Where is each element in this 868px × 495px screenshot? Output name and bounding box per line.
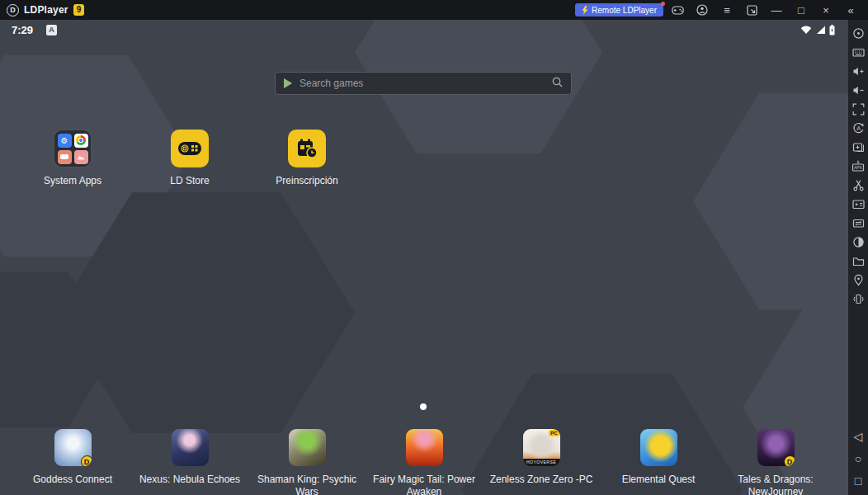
app-label: Tales & Dragons: NewJourney bbox=[718, 474, 833, 495]
desktop-app-system-apps[interactable]: ⚙ System Apps bbox=[14, 130, 131, 187]
system-apps-folder-icon: ⚙ bbox=[54, 130, 92, 167]
dock-app-elemental-quest[interactable]: Elemental Quest bbox=[600, 429, 717, 495]
android-home-screen: 7:29 A ⚙ bbox=[0, 20, 848, 495]
ldplayer-badge-icon bbox=[784, 455, 795, 466]
ldplayer-window: D LDPlayer 9 Remote LDPlayer ≡ — □ × « bbox=[0, 0, 868, 495]
search-input[interactable] bbox=[300, 78, 552, 89]
app-icon bbox=[406, 429, 443, 466]
browser-icon bbox=[58, 150, 72, 164]
app-indicator-icon: A bbox=[46, 25, 57, 35]
minimize-icon[interactable]: — bbox=[766, 1, 787, 19]
notification-dot bbox=[661, 2, 665, 6]
back-button[interactable]: ◁ bbox=[854, 431, 863, 442]
shake-icon[interactable] bbox=[851, 293, 865, 305]
svg-text:APK: APK bbox=[854, 165, 863, 170]
app-label: LD Store bbox=[170, 175, 209, 187]
dock-app-goddess-connect[interactable]: Goddess Connect bbox=[14, 429, 131, 495]
app-icon bbox=[757, 429, 795, 466]
game-search-bar[interactable] bbox=[275, 72, 572, 95]
remote-ldplayer-button[interactable]: Remote LDPlayer bbox=[575, 3, 663, 16]
app-icon bbox=[172, 429, 209, 466]
volume-up-icon[interactable] bbox=[851, 65, 865, 78]
app-icon bbox=[54, 429, 92, 466]
close-icon[interactable]: × bbox=[815, 1, 837, 19]
collapse-sidebar-icon[interactable]: « bbox=[840, 1, 861, 19]
app-title: LDPlayer bbox=[24, 4, 68, 16]
remote-button-label: Remote LDPlayer bbox=[592, 6, 657, 15]
desktop-app-preinscripcion[interactable]: Preinscripción bbox=[248, 130, 366, 187]
dock-app-fairy-magic-tail[interactable]: Fairy Magic Tail: Power Awaken bbox=[366, 429, 483, 495]
volume-down-icon[interactable] bbox=[851, 84, 865, 97]
preregister-icon bbox=[288, 130, 326, 167]
menu-icon[interactable]: ≡ bbox=[716, 1, 738, 19]
dock-app-zenless-zone-zero[interactable]: PC HOYOVERSE Zenless Zone Zero -PC bbox=[483, 429, 600, 495]
calendar-clock-icon bbox=[296, 138, 318, 159]
desktop-app-grid: ⚙ System Apps LD Store Preinscripción bbox=[14, 130, 366, 187]
rotate-screen-icon[interactable] bbox=[851, 236, 865, 248]
wifi-icon bbox=[800, 25, 812, 35]
dock: Goddess Connect Nexus: Nebula Echoes Sha… bbox=[14, 429, 834, 495]
app-icon bbox=[289, 429, 326, 466]
screen-record-icon[interactable] bbox=[851, 198, 865, 210]
dock-app-shaman-king[interactable]: Shaman King: Psychic Wars bbox=[248, 429, 366, 495]
search-icon[interactable] bbox=[552, 76, 563, 91]
dock-app-tales-and-dragons[interactable]: Tales & Dragons: NewJourney bbox=[717, 429, 834, 495]
app-icon bbox=[640, 429, 677, 466]
apk-install-icon[interactable]: APK bbox=[851, 160, 865, 172]
settings-icon[interactable] bbox=[851, 27, 865, 40]
chrome-icon bbox=[74, 134, 88, 148]
app-label: Goddess Connect bbox=[33, 474, 112, 486]
lightning-icon bbox=[582, 6, 588, 15]
ld-store-icon bbox=[171, 130, 209, 167]
battery-charging-icon bbox=[829, 25, 835, 35]
shared-folder-icon[interactable] bbox=[851, 255, 865, 267]
keyboard-icon[interactable] bbox=[851, 46, 865, 59]
settings-icon: ⚙ bbox=[58, 134, 72, 148]
app-label: Fairy Magic Tail: Power Awaken bbox=[366, 474, 482, 495]
version-badge: 9 bbox=[73, 4, 85, 16]
account-icon[interactable] bbox=[691, 1, 713, 19]
page-indicator-dot bbox=[420, 403, 427, 410]
app-label: System Apps bbox=[44, 175, 101, 187]
title-bar: D LDPlayer 9 Remote LDPlayer ≡ — □ × « bbox=[0, 0, 868, 20]
android-status-bar: 7:29 A bbox=[0, 20, 848, 40]
app-label: Zenless Zone Zero -PC bbox=[490, 474, 593, 486]
toolbar-sidebar: A APK ◁ ○ □ bbox=[848, 20, 868, 495]
maximize-icon[interactable]: □ bbox=[790, 1, 812, 19]
google-play-icon bbox=[284, 78, 292, 88]
svg-text:A: A bbox=[856, 125, 861, 131]
ldplayer-badge-icon bbox=[81, 455, 92, 466]
signal-icon bbox=[815, 25, 826, 35]
app-label: Preinscripción bbox=[276, 175, 337, 187]
gamepad-icon[interactable] bbox=[667, 1, 688, 19]
publisher-label: HOYOVERSE bbox=[523, 459, 560, 466]
gamepad-icon bbox=[177, 140, 202, 157]
new-window-icon[interactable] bbox=[851, 141, 865, 153]
app-label: Nexus: Nebula Echoes bbox=[139, 474, 240, 486]
mini-window-icon[interactable] bbox=[741, 1, 762, 19]
operation-recorder-icon[interactable] bbox=[851, 217, 865, 229]
auto-rotate-icon[interactable]: A bbox=[851, 122, 865, 134]
pc-badge: PC bbox=[549, 430, 559, 436]
hexagon-decoration bbox=[693, 86, 848, 317]
home-button[interactable]: ○ bbox=[855, 453, 861, 464]
app-label: Elemental Quest bbox=[622, 474, 696, 486]
app-icon: PC HOYOVERSE bbox=[523, 429, 560, 466]
recents-button[interactable]: □ bbox=[855, 475, 861, 487]
scissors-icon[interactable] bbox=[851, 179, 865, 191]
app-label: Shaman King: Psychic Wars bbox=[249, 474, 365, 495]
location-icon[interactable] bbox=[851, 274, 865, 286]
android-nav-buttons: ◁ ○ □ bbox=[854, 431, 863, 487]
gallery-icon bbox=[74, 150, 88, 164]
app-logo-group: D LDPlayer 9 bbox=[7, 4, 84, 16]
dock-app-nexus-nebula-echoes[interactable]: Nexus: Nebula Echoes bbox=[131, 429, 248, 495]
desktop-app-ld-store[interactable]: LD Store bbox=[131, 130, 248, 187]
ldplayer-logo-icon: D bbox=[7, 4, 19, 16]
clock: 7:29 bbox=[12, 24, 33, 36]
fullscreen-icon[interactable] bbox=[851, 103, 865, 116]
